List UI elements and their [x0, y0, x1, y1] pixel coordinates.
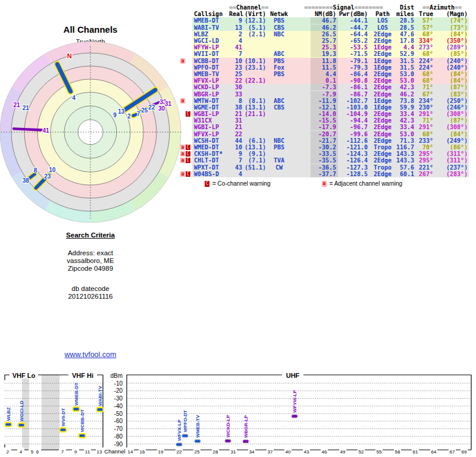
- co-channel-warning-badge: [186, 118, 190, 123]
- radar-signal-bar[interactable]: [14, 129, 42, 130]
- virtual-channel-cell: (13.1): [243, 104, 267, 111]
- real-channel-cell: 43: [229, 164, 243, 171]
- spectrum-signal-bar[interactable]: [183, 434, 188, 437]
- power-dbm-cell: -65.2: [338, 37, 369, 44]
- table-row[interactable]: WMEB-TV 25 PBS 4.4 -86.4 2Edge 53.0 68° …: [180, 71, 473, 77]
- table-row[interactable]: WFVX-LP 22 (22.1) 0.1 -90.8 2Edge 53.0 6…: [180, 77, 473, 84]
- callsign-cell: WMEB-DT: [192, 17, 229, 24]
- spectrum-signal-bar[interactable]: [243, 440, 249, 443]
- channel-tick-label: 40: [286, 449, 291, 455]
- spectrum-signal-bar[interactable]: [292, 415, 298, 417]
- adjacent-warning-badge: [180, 25, 185, 30]
- virtual-channel-cell: (9.1): [243, 151, 267, 157]
- power-dbm-cell: -79.1: [338, 58, 369, 64]
- table-row[interactable]: a C CHLT-DT 7 (7.1) TVA -35.5 -126.4 2Ed…: [180, 157, 473, 164]
- co-channel-warning-badge: [186, 132, 190, 137]
- search-city-line: vassalboro, ME: [31, 257, 150, 265]
- table-row[interactable]: a C W04BS-D 4 -37.7 -128.5 2Edge 60.1 26…: [180, 171, 473, 177]
- table-row[interactable]: WVII-DT 7 ABC 19.3 -71.5 2Edge 52.9 68° …: [180, 51, 473, 57]
- table-row[interactable]: a WCBB-DT 10 (10.1) PBS 11.8 -79.1 1Edge…: [180, 58, 473, 64]
- spectrum-signal-bar[interactable]: [80, 434, 85, 437]
- power-dbm-cell: -86.1: [338, 84, 369, 90]
- spectrum-signal-bar[interactable]: [177, 443, 182, 446]
- col-header-real: Real: [229, 11, 243, 17]
- channel-tick-label: 55: [377, 449, 382, 455]
- path-cell: LOS: [369, 17, 396, 24]
- table-row[interactable]: a WMTW-DT 8 (8.1) ABC -11.9 -102.7 1Edge…: [180, 98, 473, 104]
- power-dbm-cell: -121.0: [338, 144, 369, 151]
- table-row[interactable]: WFYW-LP 41 25.3 -53.5 1Edge 4.4 273° (28…: [180, 44, 473, 51]
- table-row[interactable]: W31CX 31 -15.5 -94.4 2Edge 42.3 71° (87°…: [180, 117, 473, 124]
- true-azimuth-cell: 57°: [415, 24, 434, 31]
- callsign-cell: WFVX-LP: [192, 131, 229, 137]
- virtual-channel-cell: (22.1): [243, 77, 267, 84]
- table-row[interactable]: WGME-DT 38 (13.1) CBS -12.1 -103.0 1Edge…: [180, 104, 473, 111]
- channel-tick-label: 19: [158, 449, 164, 455]
- callsign-cell: WPXT-DT: [192, 164, 229, 171]
- distance-cell: 28.5: [396, 24, 415, 31]
- table-row[interactable]: WGCI-LD 4 25.7 -65.2 2Edge 17.8 334° (35…: [180, 37, 473, 44]
- channel-tick-label: 67: [450, 449, 455, 455]
- distance-cell: 52.9: [396, 51, 415, 57]
- true-azimuth-cell: 70°: [415, 144, 434, 151]
- table-row[interactable]: WBGR-LP 33 -7.9 -86.7 2Edge 46.2 67° (83…: [180, 90, 473, 97]
- spectrum-bar-callsign-label: WPFO-DT: [183, 410, 188, 432]
- table-row[interactable]: WABI-TV 13 (5.1) CBS 46.2 -44.7 LOS 28.5…: [180, 24, 473, 31]
- distance-cell: 33.4: [396, 124, 415, 130]
- real-channel-cell: 31: [229, 117, 243, 124]
- table-row[interactable]: WMEB-DT 9 (12.1) PBS 46.7 -44.1 LOS 28.5…: [180, 17, 473, 24]
- true-azimuth-cell: 295°: [415, 157, 434, 164]
- dbm-tick-label: -50: [114, 411, 123, 417]
- spectrum-bar-callsign-label: WABI-TV: [98, 386, 103, 406]
- table-row[interactable]: WLBZ 2 (2.1) NBC 26.5 -64.4 2Edge 47.6 6…: [180, 31, 473, 37]
- table-row[interactable]: a C WMED-DT 10 (13.1) PBS -30.2 -121.0 T…: [180, 144, 473, 151]
- nm-db-cell: -37.7: [311, 171, 338, 177]
- magnetic-azimuth-cell: (311°): [434, 151, 469, 157]
- spectrum-signal-bar[interactable]: [195, 440, 201, 442]
- nm-db-cell: -15.5: [311, 117, 338, 124]
- spectrum-signal-bar[interactable]: [226, 440, 231, 442]
- table-row[interactable]: WFVX-LP 22 -20.7 -99.6 2Edge 53.0 68° (8…: [180, 131, 473, 137]
- callsign-cell: WMTW-DT: [192, 98, 229, 104]
- table-row[interactable]: WPFO-DT 23 (23.1) Fox 11.5 -79.3 1Edge 3…: [180, 64, 473, 71]
- radar-channel-label: 22: [148, 104, 155, 111]
- table-row[interactable]: a C CKSH-DT* 9 (9.1) -33.5 -124.3 2Edge …: [180, 151, 473, 157]
- spectrum-signal-bar[interactable]: [98, 408, 103, 411]
- adjacent-warning-badge: a: [180, 158, 185, 163]
- spectrum-signal-bar[interactable]: [74, 408, 79, 410]
- channel-tick-label: 14: [128, 449, 133, 455]
- co-channel-legend-label: = Co-channel warning: [212, 180, 271, 187]
- callsign-cell: WCKD-LP: [192, 84, 229, 90]
- table-row[interactable]: WCKD-LP 30 -7.3 -86.1 2Edge 42.3 71° (87…: [180, 84, 473, 90]
- spectrum-signal-bar[interactable]: [61, 428, 66, 431]
- spectrum-bar-callsign-label: WFVX-LP: [177, 419, 182, 441]
- spectrum-signal-bar[interactable]: [6, 423, 11, 425]
- channel-tick-label: 43: [304, 449, 309, 455]
- true-azimuth-cell: 68°: [415, 51, 434, 57]
- table-row[interactable]: C WGBI-LP 21 (21.1) -14.0 -104.9 2Edge 3…: [180, 111, 473, 117]
- table-column-headers: Callsign Real (Virt) Netwk NM(dB) Pwr(dB…: [180, 11, 473, 17]
- spectrum-bar-callsign-label: WLBZ: [6, 407, 11, 421]
- nm-db-cell: 11.5: [311, 64, 338, 71]
- callsign-cell: W31CX: [192, 117, 229, 124]
- nm-db-cell: -11.9: [311, 98, 338, 104]
- co-channel-warning-badge: [186, 98, 190, 104]
- table-row[interactable]: WGBI-LP 21 -17.9 -96.7 2Edge 33.4 291° (…: [180, 124, 473, 130]
- virtual-channel-cell: (7.1): [243, 157, 267, 164]
- network-cell: PBS: [267, 58, 291, 64]
- power-dbm-cell: -99.6: [338, 131, 369, 137]
- spectrum-signal-bar[interactable]: [19, 424, 24, 426]
- spectrum-bar-callsign-label: WMEB-DT: [74, 383, 79, 406]
- distance-cell: 60.1: [396, 171, 415, 177]
- radar-signal-bar[interactable]: [133, 114, 137, 115]
- table-row[interactable]: WCSH-DT 44 (6.1) NBC -21.7 -112.6 2Edge …: [180, 137, 473, 144]
- adjacent-warning-badge: a: [180, 58, 185, 64]
- radar-channel-label: 4: [72, 95, 76, 101]
- magnetic-azimuth-cell: (86°): [434, 144, 469, 151]
- tvfool-link[interactable]: www.tvfool.com: [31, 350, 150, 359]
- table-row[interactable]: WPXT-DT 43 (51.1) CW -36.5 -127.3 Tropo …: [180, 164, 473, 171]
- virtual-channel-cell: (6.1): [243, 137, 267, 144]
- uhf-band-title: UHF: [286, 372, 300, 379]
- nm-db-cell: -12.1: [311, 104, 338, 111]
- magnetic-azimuth-cell: (84°): [434, 77, 469, 84]
